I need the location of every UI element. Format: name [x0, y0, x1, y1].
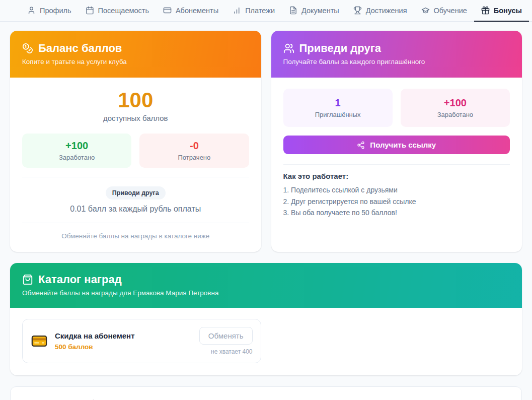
earned-label: Заработано	[26, 154, 127, 161]
reward-cost: 500 баллов	[55, 343, 192, 351]
share-icon	[357, 141, 365, 149]
rewards-catalog-card: Каталог наград Обменяйте баллы на наград…	[10, 263, 522, 375]
invited-stat: 1 Приглашённых	[283, 89, 393, 127]
history-title-row: История баллов	[23, 398, 509, 400]
trophy-icon	[353, 6, 362, 15]
reward-title: Скидка на абонемент	[55, 331, 192, 340]
balance-card-header: Баланс баллов Копите и тратьте на услуги…	[10, 31, 261, 78]
tab-label: Платежи	[245, 7, 275, 15]
reward-actions: Обменять не хватает 400	[199, 327, 253, 355]
referral-card: Приведи друга Получайте баллы за каждого…	[271, 31, 522, 252]
balance-stats: +100 Заработано -0 Потрачено	[22, 134, 249, 168]
points-rate-text: 0.01 балл за каждый рубль оплаты	[22, 205, 249, 214]
referral-earned-label: Заработано	[405, 111, 506, 118]
balance-card-body: 100 доступных баллов +100 Заработано -0 …	[10, 78, 261, 252]
rewards-grid: Скидка на абонемент 500 баллов Обменять …	[22, 319, 510, 363]
graduation-cap-icon	[421, 6, 430, 15]
spent-label: Потрачено	[143, 154, 245, 161]
credit-card-icon	[163, 6, 172, 15]
catalog-card-title: Каталог наград	[38, 273, 122, 286]
get-link-button-label: Получить ссылку	[370, 141, 436, 149]
tab-training[interactable]: Обучение	[414, 0, 474, 22]
bonuses-page: Баланс баллов Копите и тратьте на услуги…	[0, 22, 532, 400]
invited-value: 1	[287, 97, 389, 109]
document-icon	[289, 6, 297, 15]
earned-value: +100	[26, 140, 127, 152]
referral-earned-value: +100	[405, 97, 506, 109]
spent-value: -0	[143, 140, 245, 152]
spent-stat: -0 Потрачено	[139, 134, 249, 168]
balance-card: Баланс баллов Копите и тратьте на услуги…	[10, 31, 261, 252]
calendar-icon	[86, 6, 94, 15]
catalog-card-header: Каталог наград Обменяйте баллы на наград…	[10, 263, 522, 308]
tab-label: Абонементы	[176, 7, 218, 15]
how-step: 1. Поделитесь ссылкой с друзьями	[283, 184, 510, 196]
available-points-value: 100	[22, 89, 249, 112]
tab-documents[interactable]: Документы	[282, 0, 346, 22]
tab-memberships[interactable]: Абонементы	[156, 0, 225, 22]
catalog-card-body: Скидка на абонемент 500 баллов Обменять …	[10, 308, 522, 375]
get-link-button[interactable]: Получить ссылку	[283, 136, 510, 154]
bar-chart-icon	[233, 6, 241, 15]
invited-label: Приглашённых	[287, 111, 389, 118]
credit-card-reward-icon	[31, 332, 48, 350]
how-step: 2. Друг регистрируется по вашей ссылке	[283, 196, 510, 208]
divider	[22, 223, 249, 223]
available-points-label: доступных баллов	[22, 114, 249, 122]
tab-label: Бонусы	[494, 7, 522, 15]
tab-attendance[interactable]: Посещаемость	[79, 0, 156, 22]
tab-label: Достижения	[366, 7, 407, 15]
users-icon	[283, 43, 294, 54]
gift-icon	[481, 6, 490, 15]
tab-achievements[interactable]: Достижения	[346, 0, 414, 22]
tab-label: Обучение	[434, 7, 467, 15]
redeem-button[interactable]: Обменять	[199, 327, 253, 345]
reward-item: Скидка на абонемент 500 баллов Обменять …	[22, 319, 261, 363]
divider	[22, 177, 249, 177]
referral-earned-stat: +100 Заработано	[401, 89, 510, 127]
points-shortage-label: не хватает 400	[199, 348, 253, 355]
refer-friend-badge: Приводи друга	[106, 186, 166, 199]
user-icon	[27, 6, 36, 15]
tab-label: Профиль	[40, 7, 71, 15]
referral-card-title-row: Приведи друга	[283, 42, 510, 55]
divider	[283, 164, 510, 165]
balance-card-title: Баланс баллов	[38, 42, 122, 55]
tab-bonuses[interactable]: Бонусы	[474, 0, 529, 22]
how-it-works-steps: 1. Поделитесь ссылкой с друзьями 2. Друг…	[283, 184, 510, 219]
referral-card-subtitle: Получайте баллы за каждого приглашённого	[283, 58, 510, 65]
catalog-card-subtitle: Обменяйте баллы на награды для Ермакова …	[22, 289, 510, 297]
how-it-works-title: Как это работает:	[283, 172, 510, 180]
referral-card-title: Приведи друга	[299, 42, 382, 55]
reward-info: Скидка на абонемент 500 баллов	[55, 331, 192, 351]
balance-card-subtitle: Копите и тратьте на услуги клуба	[22, 58, 249, 65]
rewards-grid-empty-cell	[271, 319, 510, 363]
tab-label: Документы	[301, 7, 339, 15]
balance-card-title-row: Баланс баллов	[22, 42, 249, 55]
referral-stats: 1 Приглашённых +100 Заработано	[283, 89, 510, 127]
shopping-bag-icon	[22, 274, 33, 285]
balance-footer-note: Обменяйте баллы на награды в каталоге ни…	[22, 232, 249, 240]
earned-stat: +100 Заработано	[22, 134, 131, 168]
profile-tab-bar: Профиль Посещаемость Абонементы Платежи …	[0, 0, 532, 22]
tab-payments[interactable]: Платежи	[225, 0, 282, 22]
tab-label: Посещаемость	[98, 7, 149, 15]
catalog-card-title-row: Каталог наград	[22, 273, 510, 286]
points-history-card: История баллов Начисление Реферальный бо…	[10, 386, 522, 400]
referral-card-body: 1 Приглашённых +100 Заработано Получить …	[271, 78, 522, 231]
history-title: История баллов	[38, 398, 128, 400]
coins-icon	[22, 43, 33, 54]
referral-card-header: Приведи друга Получайте баллы за каждого…	[271, 31, 522, 78]
tab-profile[interactable]: Профиль	[20, 0, 79, 22]
how-step: 3. Вы оба получаете по 50 баллов!	[283, 207, 510, 219]
